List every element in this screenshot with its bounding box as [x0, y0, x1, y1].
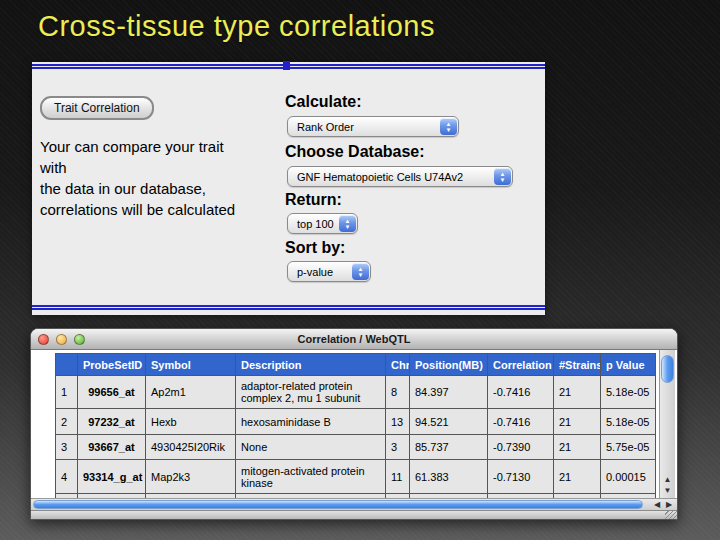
cell-chr: 11 — [386, 460, 410, 494]
column-header-strains: #Strains — [554, 354, 601, 376]
database-select[interactable]: GNF Hematopoietic Cells U74Av2 ▲ ▼ — [287, 166, 513, 187]
return-label: Return: — [285, 191, 342, 209]
panel-description: Your can compare your trait with the dat… — [40, 136, 235, 220]
column-header-pvalue: p Value — [601, 354, 656, 376]
cell-symbol[interactable]: Map2k3 — [146, 460, 236, 494]
cell-description: mitogen-activated protein kinase — [236, 460, 386, 494]
vertical-scrollbar-thumb[interactable] — [661, 355, 674, 383]
window-titlebar[interactable]: Correlation / WebQTL — [31, 329, 677, 350]
cell-rownum: 1 — [56, 376, 78, 409]
scroll-up-icon[interactable]: ▲ — [660, 474, 675, 485]
cell-probesetid[interactable]: 93314_g_at — [78, 460, 146, 494]
table-row: 493314_g_atMap2k3mitogen-activated prote… — [56, 460, 656, 494]
cell-symbol[interactable]: Ap2m1 — [146, 376, 236, 409]
cell-pvalue: 5.75e-05 — [601, 435, 656, 460]
cell-description: None — [236, 435, 386, 460]
resize-grip[interactable] — [665, 511, 677, 520]
results-table: ProbeSetIDSymbolDescriptionChrPosition(M… — [55, 353, 656, 498]
cell-pvalue: 0.00015 — [601, 460, 656, 494]
vertical-scrollbar[interactable]: ▲ ▼ — [659, 350, 675, 498]
dropdown-stepper-icon: ▲ ▼ — [339, 215, 356, 232]
dropdown-stepper-icon: ▲ ▼ — [494, 168, 511, 185]
calculate-select[interactable]: Rank Order ▲ ▼ — [287, 116, 459, 137]
column-header-description: Description — [236, 354, 386, 376]
cell-pvalue: 5.18e-05 — [601, 409, 656, 435]
cell-chr: 8 — [386, 376, 410, 409]
panel-top-rule — [32, 64, 545, 69]
scroll-down-icon[interactable]: ▼ — [660, 485, 675, 496]
sort-by-select[interactable]: p-value ▲ ▼ — [287, 261, 371, 282]
scroll-left-icon[interactable]: ◀ — [651, 499, 663, 510]
table-body: 199656_atAp2m1adaptor-related protein co… — [56, 376, 656, 499]
description-line: Your can compare your trait — [40, 136, 235, 157]
sort-by-label: Sort by: — [285, 239, 345, 257]
return-selected-value: top 100 — [297, 218, 334, 230]
description-line: correlations will be calculated — [40, 199, 235, 220]
cell-symbol[interactable]: 4930425I20Rik — [146, 435, 236, 460]
column-header-chr: Chr — [386, 354, 410, 376]
cell-pvalue: 5.18e-05 — [601, 376, 656, 409]
cell-correlation[interactable]: -0.7130 — [488, 460, 554, 494]
cell-symbol[interactable]: Hexb — [146, 409, 236, 435]
cell-correlation[interactable]: -0.7390 — [488, 435, 554, 460]
cell-description: hexosaminidase B — [236, 409, 386, 435]
column-header-symbol: Symbol — [146, 354, 236, 376]
trait-correlation-panel: Trait Correlation Your can compare your … — [32, 62, 545, 315]
calculate-selected-value: Rank Order — [297, 121, 354, 133]
trait-correlation-button[interactable]: Trait Correlation — [40, 96, 154, 120]
table-row: 199656_atAp2m1adaptor-related protein co… — [56, 376, 656, 409]
column-header-correlation: Correlation — [488, 354, 554, 376]
sort-by-selected-value: p-value — [297, 266, 333, 278]
column-header-rownum — [56, 354, 78, 376]
database-selected-value: GNF Hematopoietic Cells U74Av2 — [297, 171, 463, 183]
horizontal-scroll-arrows: ◀ ▶ — [651, 499, 675, 510]
window-title: Correlation / WebQTL — [31, 333, 677, 345]
description-line: with — [40, 157, 235, 178]
cell-chr: 13 — [386, 409, 410, 435]
cell-strains: 21 — [554, 376, 601, 409]
cell-position: 84.397 — [410, 376, 488, 409]
cell-probesetid[interactable]: 97232_at — [78, 409, 146, 435]
horizontal-scrollbar[interactable]: ◀ ▶ — [31, 498, 677, 510]
window-statusbar — [31, 510, 677, 520]
panel-bottom-rule — [32, 305, 545, 310]
cell-rownum: 3 — [56, 435, 78, 460]
cell-position: 61.383 — [410, 460, 488, 494]
horizontal-scrollbar-thumb[interactable] — [33, 500, 643, 509]
cell-correlation[interactable]: -0.7416 — [488, 409, 554, 435]
cell-position: 94.521 — [410, 409, 488, 435]
dropdown-stepper-icon: ▲ ▼ — [352, 263, 369, 280]
description-line: the data in our database, — [40, 178, 235, 199]
calculate-label: Calculate: — [285, 93, 361, 111]
cell-strains: 21 — [554, 435, 601, 460]
scroll-right-icon[interactable]: ▶ — [663, 499, 675, 510]
cell-description: adaptor-related protein complex 2, mu 1 … — [236, 376, 386, 409]
table-header-row: ProbeSetIDSymbolDescriptionChrPosition(M… — [56, 354, 656, 376]
table-row: 297232_atHexbhexosaminidase B1394.521-0.… — [56, 409, 656, 435]
column-header-probesetid: ProbeSetID — [78, 354, 146, 376]
cell-correlation[interactable]: -0.7416 — [488, 376, 554, 409]
arrow-down-icon: ▼ — [345, 224, 351, 230]
arrow-down-icon: ▼ — [446, 127, 452, 133]
cell-chr: 3 — [386, 435, 410, 460]
arrow-down-icon: ▼ — [358, 272, 364, 278]
arrow-down-icon: ▼ — [500, 177, 506, 183]
dropdown-stepper-icon: ▲ ▼ — [440, 118, 457, 135]
return-select[interactable]: top 100 ▲ ▼ — [287, 213, 358, 234]
slide-title: Cross-tissue type correlations — [38, 10, 435, 43]
choose-database-label: Choose Database: — [285, 143, 425, 161]
column-header-position: Position(MB) — [410, 354, 488, 376]
cell-rownum: 2 — [56, 409, 78, 435]
cell-position: 85.737 — [410, 435, 488, 460]
correlation-window: Correlation / WebQTL ProbeSetIDSymbolDes… — [30, 328, 678, 520]
panel-rule-tick — [283, 61, 290, 70]
cell-strains: 21 — [554, 409, 601, 435]
table-row: 393667_at4930425I20RikNone385.737-0.7390… — [56, 435, 656, 460]
cell-rownum: 4 — [56, 460, 78, 494]
cell-probesetid[interactable]: 93667_at — [78, 435, 146, 460]
cell-strains: 21 — [554, 460, 601, 494]
cell-probesetid[interactable]: 99656_at — [78, 376, 146, 409]
window-content: ProbeSetIDSymbolDescriptionChrPosition(M… — [31, 350, 677, 498]
vertical-scroll-arrows: ▲ ▼ — [660, 474, 675, 496]
